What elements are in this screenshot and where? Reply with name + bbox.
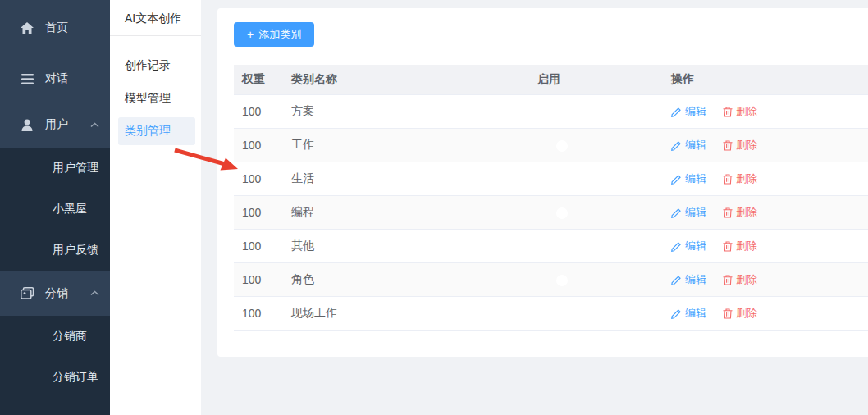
sidebar-group-users[interactable]: 用户 xyxy=(0,102,110,148)
sidebar-item-home[interactable]: 首页 xyxy=(0,0,110,56)
cell-enable xyxy=(537,139,669,152)
delete-button[interactable]: 删除 xyxy=(723,104,757,119)
table-row: 100 角色 编辑 删除 xyxy=(234,263,868,297)
delete-button[interactable]: 删除 xyxy=(723,272,757,287)
main-content: + 添加类别 权重 类别名称 启用 操作 100 方案 编辑 删除 xyxy=(201,0,868,415)
sidebar-item-distributors[interactable]: 分销商 xyxy=(0,316,110,357)
add-category-button[interactable]: + 添加类别 xyxy=(234,22,314,47)
delete-button-label: 删除 xyxy=(736,171,757,186)
panel-title: AI文本创作 xyxy=(110,0,201,36)
delete-button-label: 删除 xyxy=(736,306,757,321)
cell-category-name: 方案 xyxy=(291,104,537,119)
cell-weight: 100 xyxy=(234,206,291,219)
table-row: 100 其他 编辑 删除 xyxy=(234,230,868,263)
sidebar-item-user-management[interactable]: 用户管理 xyxy=(0,148,110,189)
toggle-knob xyxy=(556,140,568,152)
edit-button[interactable]: 编辑 xyxy=(671,104,706,119)
column-header-enable: 启用 xyxy=(537,72,669,87)
user-icon xyxy=(21,118,34,131)
delete-button-label: 删除 xyxy=(736,239,757,253)
cell-enable xyxy=(537,239,669,253)
trash-icon xyxy=(723,275,733,285)
cell-weight: 100 xyxy=(234,139,291,152)
panel-item-label: 类别管理 xyxy=(125,124,171,139)
add-category-button-label: 添加类别 xyxy=(258,27,301,42)
edit-button-label: 编辑 xyxy=(685,272,706,287)
delete-button[interactable]: 删除 xyxy=(723,205,757,220)
edit-button[interactable]: 编辑 xyxy=(671,138,706,153)
sidebar-group-label: 用户 xyxy=(45,117,68,132)
cell-operations: 编辑 删除 xyxy=(669,272,868,287)
primary-sidebar: 首页 对话 用户 用户管理 小黑屋 用户反馈 分销 xyxy=(0,0,110,415)
toggle-knob xyxy=(556,107,568,118)
cell-weight: 100 xyxy=(234,307,291,320)
distribution-icon xyxy=(21,287,34,300)
delete-button-label: 删除 xyxy=(736,205,757,220)
home-icon xyxy=(21,21,34,34)
edit-button[interactable]: 编辑 xyxy=(671,239,706,253)
panel-menu: 创作记录 模型管理 类别管理 xyxy=(110,36,201,145)
pencil-icon xyxy=(671,241,682,252)
trash-icon xyxy=(723,107,733,117)
cell-enable xyxy=(537,206,669,219)
trash-icon xyxy=(723,174,733,185)
delete-button[interactable]: 删除 xyxy=(723,171,757,186)
edit-button[interactable]: 编辑 xyxy=(671,272,706,287)
edit-button[interactable]: 编辑 xyxy=(671,306,706,321)
delete-button-label: 删除 xyxy=(736,272,757,287)
edit-button-label: 编辑 xyxy=(685,171,706,186)
edit-button[interactable]: 编辑 xyxy=(671,205,706,220)
column-header-operations: 操作 xyxy=(669,72,868,87)
chevron-up-icon xyxy=(90,122,99,128)
delete-button[interactable]: 删除 xyxy=(723,239,757,253)
chat-icon xyxy=(21,72,34,85)
cell-weight: 100 xyxy=(234,105,291,118)
trash-icon xyxy=(723,140,733,151)
cell-operations: 编辑 删除 xyxy=(669,306,868,321)
sidebar-item-label: 用户反馈 xyxy=(53,243,98,258)
edit-button-label: 编辑 xyxy=(685,205,706,220)
panel-item-label: 创作记录 xyxy=(125,58,171,73)
sidebar-item-user-feedback[interactable]: 用户反馈 xyxy=(0,230,110,271)
pencil-icon xyxy=(671,140,682,151)
sidebar-item-distribution-orders[interactable]: 分销订单 xyxy=(0,357,110,398)
edit-button[interactable]: 编辑 xyxy=(671,171,706,186)
sidebar-group-distribution[interactable]: 分销 xyxy=(0,271,110,316)
pencil-icon xyxy=(671,275,682,285)
sidebar-item-label: 用户管理 xyxy=(53,161,98,176)
delete-button[interactable]: 删除 xyxy=(723,306,757,321)
delete-button-label: 删除 xyxy=(736,138,757,153)
sidebar-item-label: 分销订单 xyxy=(53,370,98,385)
chevron-up-icon xyxy=(90,290,99,296)
cell-operations: 编辑 删除 xyxy=(669,138,868,153)
cell-category-name: 编程 xyxy=(291,205,537,220)
sidebar-item-blackroom[interactable]: 小黑屋 xyxy=(0,189,110,230)
cell-category-name: 角色 xyxy=(291,272,537,287)
table-body: 100 方案 编辑 删除 100 工作 编辑 xyxy=(234,95,868,331)
cell-operations: 编辑 删除 xyxy=(669,171,868,186)
cell-category-name: 生活 xyxy=(291,171,537,186)
sidebar-item-label: 小黑屋 xyxy=(53,202,87,217)
users-submenu: 用户管理 小黑屋 用户反馈 xyxy=(0,148,110,271)
panel-item-category-management[interactable]: 类别管理 xyxy=(118,117,195,145)
toggle-knob xyxy=(556,174,568,185)
cell-enable xyxy=(537,273,669,286)
delete-button-label: 删除 xyxy=(736,104,757,119)
column-header-name: 类别名称 xyxy=(291,72,537,87)
cell-enable xyxy=(537,307,669,320)
cell-weight: 100 xyxy=(234,239,291,253)
cell-weight: 100 xyxy=(234,273,291,286)
panel-item-creation-records[interactable]: 创作记录 xyxy=(110,49,201,82)
plus-icon: + xyxy=(247,28,254,41)
pencil-icon xyxy=(671,107,682,117)
sidebar-item-chat[interactable]: 对话 xyxy=(0,56,110,102)
delete-button[interactable]: 删除 xyxy=(723,138,757,153)
toggle-knob xyxy=(556,308,568,320)
panel-item-model-management[interactable]: 模型管理 xyxy=(110,82,201,115)
cell-operations: 编辑 删除 xyxy=(669,104,868,119)
table-row: 100 生活 编辑 删除 xyxy=(234,162,868,196)
table-row: 100 编程 编辑 删除 xyxy=(234,196,868,230)
distribution-submenu: 分销商 分销订单 xyxy=(0,316,110,415)
pencil-icon xyxy=(671,174,682,185)
table-row: 100 现场工作 编辑 删除 xyxy=(234,297,868,331)
